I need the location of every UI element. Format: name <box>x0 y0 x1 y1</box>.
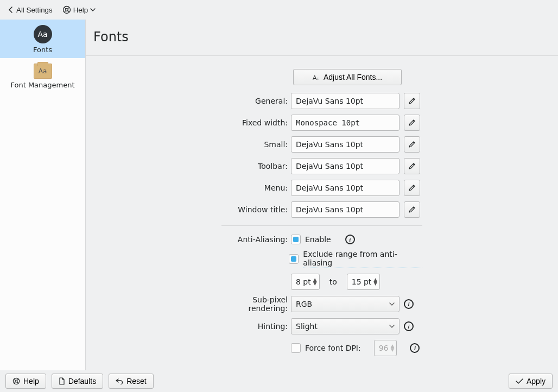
aa-exclude-checkbox[interactable]: Exclude range from anti-aliasing <box>289 250 422 268</box>
choose-font-button[interactable] <box>404 158 420 174</box>
apply-label: Apply <box>527 377 546 385</box>
spin-buttons-icon: ▲▼ <box>391 344 395 352</box>
font-row-label: Fixed width: <box>221 118 291 127</box>
checkbox-checked-icon <box>291 235 301 244</box>
font-size-icon: A↕ <box>313 74 320 81</box>
svg-point-9 <box>15 380 17 382</box>
checkbox-unchecked-icon <box>291 343 301 353</box>
footer-help-label: Help <box>23 377 39 385</box>
aa-enable-checkbox[interactable]: Enable <box>291 235 331 244</box>
svg-text:↕: ↕ <box>317 77 319 80</box>
fonts-form: A↕ Adjust All Fonts... General:DejaVu Sa… <box>221 69 422 356</box>
svg-line-2 <box>64 7 66 9</box>
help-menu-button[interactable]: Help <box>59 2 99 17</box>
pencil-icon <box>408 141 416 148</box>
footer: Help Defaults Reset Apply <box>0 370 558 392</box>
font-row-label: Toolbar: <box>221 162 291 170</box>
apply-button[interactable]: Apply <box>509 374 553 389</box>
svg-line-12 <box>14 382 15 383</box>
sidebar-item-label: Font Management <box>10 81 74 89</box>
font-row-label: Menu: <box>221 184 291 192</box>
svg-line-3 <box>68 7 69 9</box>
aa-exclude-label: Exclude range from anti-aliasing <box>303 250 422 268</box>
top-toolbar: All Settings Help <box>0 0 558 20</box>
chevron-left-icon <box>8 7 14 13</box>
font-row-label: Window title: <box>221 205 291 214</box>
font-field[interactable]: DejaVu Sans 10pt <box>291 180 400 196</box>
svg-line-13 <box>17 382 18 383</box>
help-lifebuoy-icon <box>12 377 20 385</box>
check-icon <box>516 378 523 384</box>
font-row-label: Small: <box>221 140 291 149</box>
all-settings-label: All Settings <box>16 6 53 14</box>
hinting-label: Hinting: <box>221 322 291 331</box>
pencil-icon <box>408 97 416 105</box>
sidebar-item-label: Fonts <box>33 46 52 54</box>
dpi-value: 96 <box>379 344 389 352</box>
svg-text:A: A <box>313 74 317 81</box>
dpi-spinbox: 96 ▲▼ <box>374 340 397 356</box>
adjust-all-label: Adjust All Fonts... <box>324 73 382 81</box>
aa-from-spinbox[interactable]: 8 pt ▲▼ <box>291 274 320 290</box>
svg-point-1 <box>65 9 68 11</box>
aa-to-label: to <box>329 277 337 286</box>
font-field[interactable]: Monospace 10pt <box>291 115 400 131</box>
aa-to-value: 15 pt <box>352 277 372 286</box>
body: Aa Fonts Aa Font Management Fonts A↕ Adj… <box>0 20 558 370</box>
aa-from-value: 8 pt <box>296 277 311 286</box>
font-field[interactable]: DejaVu Sans 10pt <box>291 201 400 218</box>
back-all-settings-button[interactable]: All Settings <box>4 2 56 17</box>
page-title: Fonts <box>86 20 558 56</box>
force-dpi-checkbox[interactable]: Force font DPI: <box>291 343 361 353</box>
font-field[interactable]: DejaVu Sans 10pt <box>291 93 400 109</box>
pencil-icon <box>408 206 416 213</box>
info-icon[interactable]: i <box>410 343 420 353</box>
main-content: Fonts A↕ Adjust All Fonts... General:Dej… <box>86 20 558 370</box>
subpixel-label: Sub-pixel rendering: <box>221 295 291 313</box>
font-field[interactable]: DejaVu Sans 10pt <box>291 136 400 153</box>
choose-font-button[interactable] <box>404 180 420 196</box>
subpixel-select[interactable]: RGB <box>291 296 400 312</box>
choose-font-button[interactable] <box>404 93 420 109</box>
spin-buttons-icon: ▲▼ <box>373 278 377 286</box>
fonts-icon: Aa <box>34 25 52 43</box>
chevron-down-icon <box>90 7 96 12</box>
force-dpi-label: Force font DPI: <box>305 344 361 352</box>
separator <box>221 225 422 226</box>
checkbox-checked-icon <box>289 254 299 264</box>
subpixel-value: RGB <box>296 300 312 308</box>
pencil-icon <box>408 184 416 192</box>
choose-font-button[interactable] <box>404 136 420 153</box>
reset-button[interactable]: Reset <box>109 374 154 389</box>
hinting-value: Slight <box>296 322 318 331</box>
aa-to-spinbox[interactable]: 15 pt ▲▼ <box>347 274 381 290</box>
sidebar-item-fonts[interactable]: Aa Fonts <box>0 20 85 58</box>
adjust-all-fonts-button[interactable]: A↕ Adjust All Fonts... <box>293 69 402 85</box>
font-row-label: General: <box>221 97 291 105</box>
sidebar: Aa Fonts Aa Font Management <box>0 20 86 370</box>
svg-line-11 <box>17 379 18 380</box>
svg-line-4 <box>64 11 66 12</box>
defaults-button[interactable]: Defaults <box>52 374 103 389</box>
svg-line-10 <box>14 379 15 380</box>
hinting-select[interactable]: Slight <box>291 318 400 334</box>
svg-line-5 <box>68 11 69 12</box>
sidebar-item-font-management[interactable]: Aa Font Management <box>0 58 85 93</box>
chevron-down-icon <box>389 324 395 329</box>
undo-icon <box>116 378 123 384</box>
defaults-label: Defaults <box>68 377 96 385</box>
info-icon[interactable]: i <box>404 321 414 331</box>
aa-enable-label: Enable <box>305 235 331 244</box>
pencil-icon <box>408 162 416 170</box>
help-lifebuoy-icon <box>62 5 71 14</box>
font-field[interactable]: DejaVu Sans 10pt <box>291 158 400 174</box>
help-label: Help <box>73 6 88 14</box>
info-icon[interactable]: i <box>345 235 355 244</box>
footer-help-button[interactable]: Help <box>5 374 46 389</box>
choose-font-button[interactable] <box>404 201 420 218</box>
info-icon[interactable]: i <box>404 299 414 309</box>
choose-font-button[interactable] <box>404 115 420 131</box>
reset-label: Reset <box>126 377 147 385</box>
chevron-down-icon <box>389 301 395 307</box>
pencil-icon <box>408 119 416 127</box>
